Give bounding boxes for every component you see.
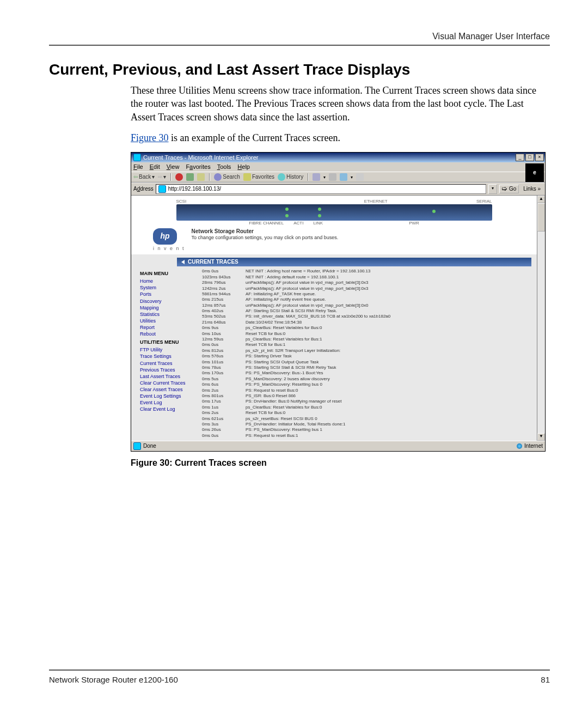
home-icon[interactable] <box>197 173 205 181</box>
sidebar-nav: MAIN MENU HomeSystemPortsDiscoveryMappin… <box>137 269 202 439</box>
trace-message: AF: Initializing AF notify event free qu… <box>246 297 528 302</box>
nav-link[interactable]: Reboot <box>140 331 200 337</box>
trace-message: AF: Starting SCSI Stall & SCSI RMI Retry… <box>246 308 528 314</box>
ie-app-icon <box>133 154 141 161</box>
router-name: Network Storage Router <box>192 228 254 234</box>
nav-link[interactable]: Ports <box>140 291 200 297</box>
scroll-thumb[interactable] <box>537 203 545 232</box>
trace-message: PS: PS_ManDiscovery: Resetting bus 1 <box>246 427 528 433</box>
main-menu-header: MAIN MENU <box>140 271 200 277</box>
trace-time: 0ms 26us <box>202 427 246 433</box>
section-heading: Current, Previous, and Last Assert Trace… <box>49 61 550 78</box>
print-icon[interactable] <box>329 173 336 181</box>
figure-caption: Figure 30: Current Traces screen <box>131 458 550 468</box>
trace-time: 0ms 170us <box>202 370 246 376</box>
nav-link[interactable]: Previous Traces <box>140 367 200 373</box>
back-button[interactable]: ⇦Back▾ <box>133 174 155 180</box>
menu-view[interactable]: View <box>167 163 180 171</box>
trace-message: ps_s2r_pl_Init: S2R Transport Layer Init… <box>246 348 528 354</box>
go-button[interactable]: 🢡 Go <box>499 185 519 193</box>
minimize-button[interactable]: _ <box>516 154 524 161</box>
maximize-button[interactable]: □ <box>525 154 534 161</box>
discuss-icon[interactable] <box>356 173 364 181</box>
nav-link[interactable]: Last Assert Traces <box>140 373 200 380</box>
arrow-icon <box>181 260 185 264</box>
nav-link[interactable]: Current Traces <box>140 360 200 367</box>
menubar[interactable]: File Edit View Favorites Tools Help <box>131 162 545 172</box>
scroll-up-button[interactable]: ▲ <box>537 196 545 203</box>
led-icon <box>285 214 289 217</box>
label-ethernet: ETHERNET <box>364 199 388 204</box>
nav-link[interactable]: Clear Event Log <box>140 406 200 412</box>
nav-link[interactable]: Report <box>140 324 200 331</box>
led-icon <box>318 208 321 211</box>
label-scsi: SCSI <box>176 199 187 204</box>
trace-time: 0ms 78us <box>202 365 246 370</box>
window-title: Current Traces - Microsoft Internet Expl… <box>143 154 259 161</box>
status-page-icon <box>133 442 141 450</box>
nav-link[interactable]: Discovery <box>140 298 200 305</box>
menu-help[interactable]: Help <box>237 163 250 171</box>
trace-message: PS: PS_ManDiscovery: Resetting bus 0 <box>246 382 528 387</box>
trace-message: PS: Starting SCSI Stall & SCSI RMI Retry… <box>246 365 528 370</box>
trace-time: 0ms 10us <box>202 331 246 337</box>
body-para-1: These three Utilities Menu screens show … <box>131 85 536 123</box>
forward-button[interactable]: ⇨▾ <box>158 174 166 180</box>
close-button[interactable]: × <box>535 154 544 161</box>
menu-edit[interactable]: Edit <box>150 163 160 171</box>
menu-tools[interactable]: Tools <box>217 163 231 171</box>
mail-icon[interactable] <box>313 173 320 181</box>
footer-rule <box>49 670 550 671</box>
trace-message: PS: Starting SCSI Output Queue Task <box>246 360 528 365</box>
nav-link[interactable]: Event Log <box>140 399 200 406</box>
refresh-icon[interactable] <box>186 173 194 181</box>
trace-message: PS: init_driver_data: MAX_SCSI_BUS:16 TC… <box>246 314 528 319</box>
nav-link[interactable]: Event Log Settings <box>140 393 200 399</box>
trace-time: 1242ms 2us <box>202 286 246 291</box>
favorites-button[interactable]: Favorites <box>243 173 274 181</box>
address-label: Address <box>133 186 154 192</box>
status-zone: Internet <box>524 443 543 449</box>
nav-link[interactable]: FTP Utility <box>140 346 200 353</box>
figure-crossref[interactable]: Figure 30 <box>131 132 169 143</box>
trace-message: PS: DrvHandler: Bus:0 Notifying manager … <box>246 399 528 404</box>
links-button[interactable]: Links » <box>521 186 543 192</box>
router-diagram[interactable] <box>176 204 492 221</box>
vertical-scrollbar[interactable]: ▲ ▼ <box>537 196 545 441</box>
nav-link[interactable]: Mapping <box>140 305 200 311</box>
status-bar: Done Internet <box>131 441 545 451</box>
favorites-icon <box>243 173 251 181</box>
history-button[interactable]: History <box>278 173 303 181</box>
led-icon <box>318 214 321 217</box>
trace-time: 0ms 801us <box>202 393 246 399</box>
nav-link[interactable]: System <box>140 284 200 291</box>
label-acti: ACTI <box>293 221 303 226</box>
hp-invent-label: i n v e n t <box>153 246 185 252</box>
edit-icon[interactable] <box>340 173 347 181</box>
trace-time: 0ms 9us <box>202 325 246 331</box>
trace-message: AF: Initializing AF_TASK free queue. <box>246 291 528 297</box>
ie-throbber-icon: e <box>525 163 544 182</box>
trace-time: 0ms 2us <box>202 388 246 393</box>
nav-link[interactable]: Trace Settings <box>140 353 200 360</box>
nav-link[interactable]: Utilities <box>140 318 200 324</box>
trace-message: ps_ClearBus: Reset Variables for Bus:0 <box>246 405 528 410</box>
nav-link[interactable]: Clear Assert Traces <box>140 386 200 393</box>
search-button[interactable]: Search <box>214 173 240 181</box>
trace-message: PS_ISR: Bus:0 Reset 866 <box>246 393 528 399</box>
nav-link[interactable]: Statistics <box>140 311 200 318</box>
trace-time: 0ms 17us <box>202 399 246 404</box>
address-dropdown[interactable]: ▾ <box>488 184 497 194</box>
address-input[interactable]: http://192.168.100.13/ <box>156 184 486 194</box>
nav-link[interactable]: Home <box>140 278 200 284</box>
nav-link[interactable]: Clear Current Traces <box>140 380 200 386</box>
stop-icon[interactable] <box>175 173 183 181</box>
label-pwr: PWR <box>409 221 419 226</box>
trace-time: 0ms 0us <box>202 342 246 348</box>
trace-time: 0ms 402us <box>202 308 246 314</box>
menu-file[interactable]: File <box>133 163 143 171</box>
footer-page-number: 81 <box>541 675 550 684</box>
toolbar: ⇦Back▾ ⇨▾ Search Favorites History ▾ ▾ <box>131 172 545 182</box>
menu-favorites[interactable]: Favorites <box>186 163 210 171</box>
scroll-down-button[interactable]: ▼ <box>537 433 545 441</box>
